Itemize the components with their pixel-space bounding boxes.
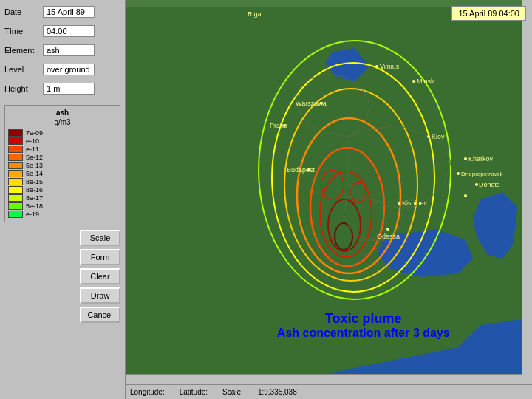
draw-button[interactable]: Draw — [80, 287, 120, 304]
height-row: Height 1 m — [4, 83, 120, 95]
date-row: Date 15 April 89 — [4, 6, 120, 18]
legend-row: 5e-12 — [8, 154, 117, 161]
legend-entry-label: e-19 — [26, 211, 39, 218]
legend-color-swatch — [8, 202, 23, 210]
legend-subtitle: g/m3 — [8, 118, 117, 126]
legend-entry-label: 7e-09 — [26, 129, 43, 137]
scale-label: Scale: — [222, 388, 243, 396]
legend-row: 5e-14 — [8, 170, 117, 177]
svg-point-37 — [475, 183, 478, 186]
map-area[interactable]: Vilnius Minsk Warszawa Kiev Kharkov Prah… — [126, 0, 532, 399]
clear-button[interactable]: Clear — [80, 268, 120, 284]
legend-color-swatch — [8, 178, 23, 185]
svg-point-33 — [386, 228, 389, 231]
form-button[interactable]: Form — [80, 249, 120, 265]
svg-text:Dnepropetrovsk: Dnepropetrovsk — [461, 171, 503, 177]
element-label: Element — [4, 46, 43, 55]
svg-point-35 — [457, 172, 460, 175]
toxic-label: Toxic plume Ash concentration after 3 da… — [277, 311, 450, 340]
scale-button[interactable]: Scale — [80, 230, 120, 246]
legend-box: ash g/m3 7e-09e-10e-115e-125e-135e-148e-… — [4, 105, 120, 222]
level-label: Level — [4, 65, 43, 74]
horizontal-scrollbar[interactable] — [126, 374, 522, 384]
app: Date 15 April 89 TIme 04:00 Element ash … — [0, 0, 532, 399]
legend-row: 8e-17 — [8, 194, 117, 202]
legend-color-swatch — [8, 162, 23, 169]
legend-entry-label: 5e-14 — [26, 170, 43, 177]
legend-row: 5e-13 — [8, 162, 117, 169]
legend-entry-label: e-10 — [26, 137, 39, 145]
legend-row: 5e-18 — [8, 202, 117, 210]
svg-text:Donets: Donets — [479, 181, 500, 188]
element-row: Element ash — [4, 44, 120, 56]
date-label: Date — [4, 7, 43, 16]
svg-point-23 — [427, 135, 430, 138]
legend-entry-label: e-11 — [26, 146, 39, 153]
svg-text:Kishinev: Kishinev — [402, 200, 428, 207]
svg-text:Vilnius: Vilnius — [380, 63, 400, 70]
toxic-line2: Ash concentration after 3 days — [277, 327, 450, 340]
scale-value: 1:9,335,038 — [258, 388, 297, 396]
svg-text:Riga: Riga — [248, 10, 262, 18]
svg-point-17 — [375, 65, 378, 68]
legend-entry-label: 8e-16 — [26, 186, 43, 194]
height-value: 1 m — [43, 83, 95, 95]
legend-color-swatch — [8, 194, 23, 202]
legend-row: 7e-09 — [8, 129, 117, 137]
legend-entry-label: 5e-18 — [26, 202, 43, 210]
legend-row: e-11 — [8, 146, 117, 153]
legend-color-swatch — [8, 154, 23, 161]
svg-text:Praha: Praha — [270, 122, 287, 129]
legend-entry-label: 5e-12 — [26, 154, 43, 161]
legend-entry-label: 8e-15 — [26, 178, 43, 185]
legend-color-swatch — [8, 170, 23, 177]
legend-entries: 7e-09e-10e-115e-125e-135e-148e-158e-168e… — [8, 129, 117, 218]
legend-title: ash — [8, 109, 117, 117]
height-label: Height — [4, 84, 43, 93]
legend-color-swatch — [8, 211, 23, 218]
svg-point-19 — [412, 80, 415, 83]
longitude-label: Longitude: — [130, 388, 165, 396]
vertical-scrollbar[interactable] — [522, 0, 532, 384]
info-box: 15 April 89 04:00 — [451, 6, 526, 21]
svg-text:Kharkov: Kharkov — [468, 155, 494, 163]
status-bar: Longitude: Latitude: Scale: 1:9,335,038 — [126, 384, 532, 399]
svg-text:Kiev: Kiev — [432, 133, 445, 140]
svg-text:Minsk: Minsk — [417, 78, 434, 85]
date-value: 15 April 89 — [43, 6, 95, 18]
svg-point-39 — [464, 194, 467, 197]
level-row: Level over ground — [4, 64, 120, 75]
element-value: ash — [43, 44, 95, 56]
latitude-label: Latitude: — [180, 388, 208, 396]
time-label: TIme — [4, 27, 43, 35]
legend-color-swatch — [8, 146, 23, 153]
legend-entry-label: 8e-17 — [26, 194, 43, 202]
legend-entry-label: 5e-13 — [26, 162, 43, 169]
svg-text:Warszawa: Warszawa — [296, 100, 327, 107]
legend-row: 8e-15 — [8, 178, 117, 185]
svg-point-25 — [464, 157, 467, 160]
svg-text:Budapest: Budapest — [287, 166, 316, 174]
cancel-button[interactable]: Cancel — [80, 307, 120, 323]
legend-color-swatch — [8, 186, 23, 194]
legend-row: e-10 — [8, 137, 117, 145]
left-panel: Date 15 April 89 TIme 04:00 Element ash … — [0, 0, 126, 399]
time-value: 04:00 — [43, 25, 95, 37]
legend-color-swatch — [8, 129, 23, 137]
svg-text:Odessa: Odessa — [377, 233, 400, 240]
legend-row: e-19 — [8, 211, 117, 218]
buttons-area: Scale Form Clear Draw Cancel — [4, 230, 120, 323]
legend-row: 8e-16 — [8, 186, 117, 194]
level-value: over ground — [43, 64, 95, 75]
svg-point-31 — [398, 202, 400, 205]
legend-color-swatch — [8, 137, 23, 145]
time-row: TIme 04:00 — [4, 25, 120, 37]
toxic-line1: Toxic plume — [277, 311, 450, 327]
